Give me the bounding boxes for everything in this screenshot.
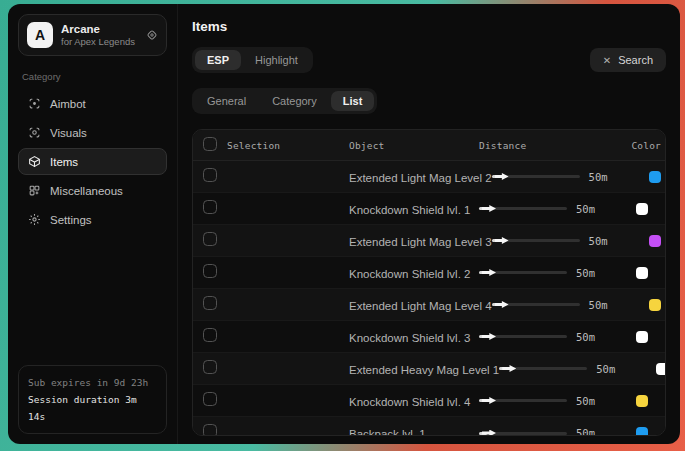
select-all-checkbox[interactable] [203,137,217,151]
sub-expiry-text: Sub expires in 9d 23h [28,374,157,391]
color-swatch[interactable] [649,299,661,311]
sidebar-item-visuals[interactable]: Visuals [18,119,167,146]
distance-value: 50m [576,267,595,279]
row-checkbox[interactable] [203,264,217,278]
sidebar-item-settings[interactable]: Settings [18,206,167,233]
color-swatch[interactable] [636,427,648,436]
page-title: Items [192,19,666,34]
object-name: Knockdown Shield lvl. 2 [349,268,470,280]
pin-icon[interactable] [146,29,158,41]
color-swatch[interactable] [656,363,666,375]
app-logo: A [27,22,53,48]
gear-icon [27,213,41,227]
view-tabs: General Category List [192,88,377,114]
scan-eye-icon [27,126,41,140]
app-header-card: A Arcane for Apex Legends [18,14,167,56]
search-shortcut-icon: ✕ [603,55,611,66]
column-header-distance: Distance [479,140,619,151]
table-header: Selection Object Distance Color [193,130,665,161]
table-row: Knockdown Shield lvl. 4 50m [193,385,665,417]
object-name: Knockdown Shield lvl. 4 [349,396,470,408]
table-body: Extended Light Mag Level 2 50m Knockdown… [193,161,665,436]
sidebar-item-aimbot[interactable]: Aimbot [18,90,167,117]
distance-value: 50m [576,203,595,215]
column-header-object: Object [349,140,479,151]
crosshair-icon [27,97,41,111]
tab-general[interactable]: General [195,91,258,111]
mode-tabs: ESP Highlight [192,47,313,73]
row-checkbox[interactable] [203,328,217,342]
object-name: Extended Heavy Mag Level 1 [349,364,499,376]
sidebar-item-miscellaneous[interactable]: Miscellaneous [18,177,167,204]
sidebar-item-label: Items [50,156,78,168]
table-row: Extended Light Mag Level 2 50m [193,161,665,193]
table-row: Extended Light Mag Level 3 50m [193,225,665,257]
row-checkbox[interactable] [203,424,217,436]
distance-slider[interactable] [479,268,567,278]
distance-slider[interactable] [479,396,567,406]
tab-category[interactable]: Category [260,91,329,111]
table-row: Knockdown Shield lvl. 3 50m [193,321,665,353]
object-name: Backpack lvl. 1 [349,428,426,436]
column-header-selection: Selection [227,140,349,151]
table-row: Backpack lvl. 1 50m [193,417,665,436]
sidebar-item-label: Aimbot [50,98,86,110]
table-row: Knockdown Shield lvl. 1 50m [193,193,665,225]
table-row: Extended Light Mag Level 4 50m [193,289,665,321]
distance-slider[interactable] [492,300,580,310]
column-header-color: Color [631,140,665,151]
distance-slider[interactable] [499,364,587,374]
grid-icon [27,184,41,198]
tab-list[interactable]: List [331,91,375,111]
app-window: A Arcane for Apex Legends Category Aimbo… [8,4,680,444]
sidebar-item-items[interactable]: Items [18,148,167,175]
distance-slider[interactable] [479,428,567,436]
table-row: Knockdown Shield lvl. 2 50m [193,257,665,289]
object-name: Knockdown Shield lvl. 1 [349,204,470,216]
color-swatch[interactable] [636,267,648,279]
row-checkbox[interactable] [203,232,217,246]
object-name: Knockdown Shield lvl. 3 [349,332,470,344]
search-label: Search [618,54,653,66]
distance-value: 50m [589,235,608,247]
distance-value: 50m [596,363,615,375]
distance-value: 50m [589,299,608,311]
table-row: Extended Heavy Mag Level 1 50m [193,353,665,385]
object-name: Extended Light Mag Level 2 [349,172,492,184]
row-checkbox[interactable] [203,296,217,310]
color-swatch[interactable] [636,331,648,343]
tab-esp[interactable]: ESP [195,50,241,70]
color-swatch[interactable] [636,203,648,215]
row-checkbox[interactable] [203,392,217,406]
app-subtitle: for Apex Legends [61,36,135,48]
distance-slider[interactable] [479,204,567,214]
sidebar-item-label: Settings [50,214,92,226]
color-swatch[interactable] [649,235,661,247]
session-duration-text: Session duration 3m 14s [28,391,157,425]
distance-value: 50m [589,171,608,183]
sidebar-item-label: Miscellaneous [50,185,123,197]
sidebar-item-label: Visuals [50,127,87,139]
main-panel: Items ESP Highlight ✕ Search General Cat… [178,4,680,444]
object-name: Extended Light Mag Level 3 [349,236,492,248]
sidebar: A Arcane for Apex Legends Category Aimbo… [8,4,178,444]
object-name: Extended Light Mag Level 4 [349,300,492,312]
distance-value: 50m [576,331,595,343]
app-name: Arcane [61,22,135,36]
row-checkbox[interactable] [203,200,217,214]
row-checkbox[interactable] [203,360,217,374]
box-icon [27,155,41,169]
distance-value: 50m [576,427,595,436]
subscription-card: Sub expires in 9d 23h Session duration 3… [18,365,167,434]
distance-slider[interactable] [492,172,580,182]
slider-handle[interactable] [482,430,496,437]
distance-slider[interactable] [492,236,580,246]
items-table: Selection Object Distance Color Extended… [192,129,666,436]
color-swatch[interactable] [649,171,661,183]
category-section-label: Category [22,71,163,82]
distance-slider[interactable] [479,332,567,342]
color-swatch[interactable] [636,395,648,407]
row-checkbox[interactable] [203,168,217,182]
tab-highlight[interactable]: Highlight [243,50,310,70]
search-button[interactable]: ✕ Search [590,48,666,72]
